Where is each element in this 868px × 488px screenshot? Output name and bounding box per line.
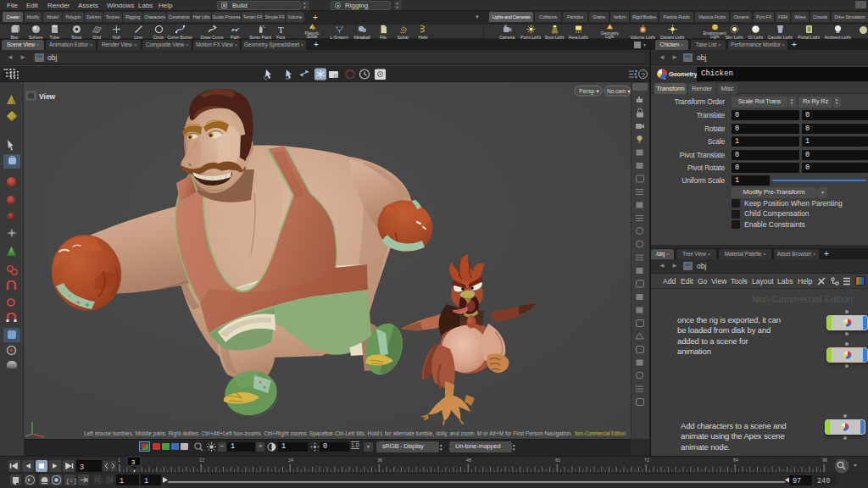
svg-text:View: View bbox=[39, 92, 56, 101]
svg-text:No cam ▾: No cam ▾ bbox=[607, 88, 631, 94]
svg-text:72: 72 bbox=[644, 458, 649, 463]
svg-text:24: 24 bbox=[288, 458, 293, 463]
svg-text:84: 84 bbox=[733, 458, 738, 463]
svg-text:240: 240 bbox=[817, 477, 830, 485]
svg-text:1: 1 bbox=[120, 477, 124, 485]
svg-text:36: 36 bbox=[377, 458, 382, 463]
svg-text:3: 3 bbox=[80, 463, 84, 472]
svg-text:[¹]: [¹] bbox=[66, 478, 77, 485]
svg-text:97: 97 bbox=[793, 477, 801, 485]
svg-text:1: 1 bbox=[118, 458, 120, 463]
svg-text:Left mouse tumbles. Middle pan: Left mouse tumbles. Middle pans. Right d… bbox=[84, 430, 572, 437]
svg-text:60: 60 bbox=[555, 458, 560, 463]
svg-text:96: 96 bbox=[822, 458, 827, 463]
svg-text:?: ? bbox=[642, 71, 646, 79]
svg-text:48: 48 bbox=[466, 458, 471, 463]
svg-text:1: 1 bbox=[144, 477, 148, 485]
svg-text:3: 3 bbox=[131, 458, 135, 466]
svg-text:12: 12 bbox=[199, 458, 204, 463]
svg-text:Persp ▾: Persp ▾ bbox=[579, 88, 599, 95]
svg-text:Non-Commercial Edition: Non-Commercial Edition bbox=[575, 430, 626, 436]
svg-text:T: T bbox=[278, 25, 284, 34]
